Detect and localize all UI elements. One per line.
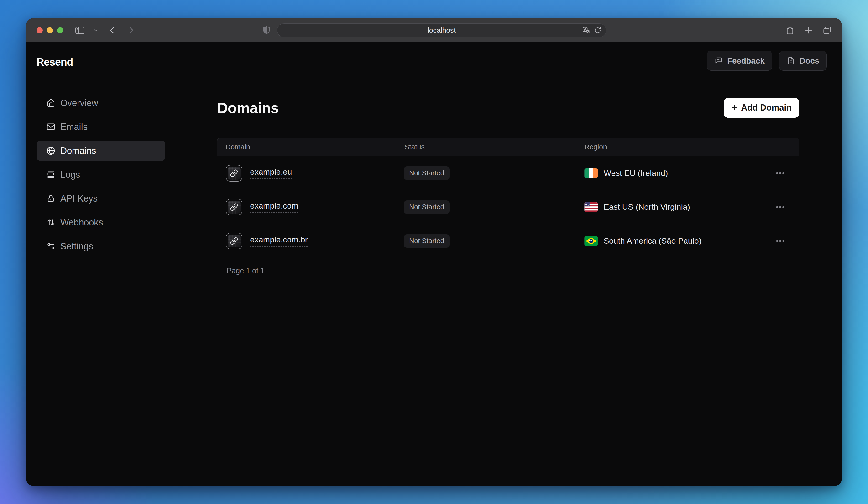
table-row: example.euNot StartedWest EU (Ireland)	[217, 156, 799, 190]
sidebar-item-label: Webhooks	[60, 218, 103, 228]
domain-link-chip[interactable]	[226, 233, 242, 249]
address-bar-group: localhost	[262, 23, 606, 37]
ellipsis-icon	[775, 202, 785, 212]
toolbar-left	[75, 25, 146, 36]
sidebar-item-api-keys[interactable]: API Keys	[37, 189, 165, 209]
url-bar-icons	[582, 26, 602, 34]
page-title: Domains	[217, 99, 279, 116]
top-header-bar: Feedback Docs	[176, 42, 841, 79]
document-icon	[787, 57, 795, 65]
sidebar-item-domains[interactable]: Domains	[37, 141, 165, 161]
content-area: Feedback Docs Domains + Add Domain	[176, 42, 841, 486]
add-domain-button[interactable]: + Add Domain	[724, 98, 799, 118]
add-domain-label: Add Domain	[741, 103, 792, 113]
sidebar-item-webhooks[interactable]: Webhooks	[37, 212, 165, 232]
link-icon	[230, 237, 238, 245]
sidebar-item-logs[interactable]: Logs	[37, 164, 165, 185]
plus-icon: +	[731, 102, 738, 113]
table-row: example.com.brNot StartedSouth America (…	[217, 224, 799, 258]
reload-icon[interactable]	[593, 26, 602, 34]
status-badge: Not Started	[404, 234, 450, 248]
sidebar-item-emails[interactable]: Emails	[37, 117, 165, 137]
sidebar-item-label: Emails	[60, 122, 87, 132]
domain-link-chip[interactable]	[226, 199, 242, 215]
share-icon[interactable]	[785, 26, 795, 35]
zoom-window-button[interactable]	[57, 27, 63, 33]
heading-row: Domains + Add Domain	[217, 98, 799, 118]
sidebar-nav: OverviewEmailsDomainsLogsAPI KeysWebhook…	[27, 93, 176, 256]
globe-icon	[46, 147, 55, 155]
feedback-label: Feedback	[727, 56, 765, 65]
sidebar-panel-toggle-icon[interactable]	[75, 25, 85, 36]
docs-button[interactable]: Docs	[779, 51, 827, 71]
sidebar-item-label: Logs	[60, 170, 80, 180]
url-text: localhost	[427, 26, 456, 34]
chevron-down-icon[interactable]	[93, 28, 98, 33]
url-bar[interactable]: localhost	[277, 23, 606, 37]
sidebar-item-label: Settings	[60, 241, 93, 252]
tabs-overview-icon[interactable]	[823, 26, 832, 35]
region-label: West EU (Ireland)	[604, 168, 668, 178]
domain-link-chip[interactable]	[226, 165, 242, 182]
link-icon	[230, 203, 238, 211]
domains-table: Domain Status Region example.euNot Start…	[217, 138, 799, 258]
usa-flag-icon	[584, 202, 598, 212]
sidebar-item-label: Overview	[60, 98, 98, 108]
lock-icon	[46, 194, 55, 203]
status-badge: Not Started	[404, 200, 450, 214]
toolbar-right	[785, 26, 832, 35]
row-menu-button[interactable]	[764, 168, 799, 179]
column-header-region: Region	[576, 138, 763, 156]
region-label: South America (São Paulo)	[604, 236, 702, 245]
toolbar-divider	[89, 25, 89, 36]
mail-icon	[46, 122, 55, 131]
pagination-label: Page 1 of 1	[227, 266, 799, 275]
traffic-lights	[37, 27, 63, 33]
row-menu-button[interactable]	[764, 236, 799, 246]
feedback-button[interactable]: Feedback	[707, 51, 772, 71]
browser-title-bar: localhost	[27, 18, 841, 42]
translate-icon[interactable]	[582, 26, 590, 34]
row-menu-button[interactable]	[764, 202, 799, 212]
arrows-up-down-icon	[46, 218, 55, 227]
minimize-window-button[interactable]	[47, 27, 53, 33]
domain-link[interactable]: example.com	[250, 201, 298, 213]
sidebar-item-label: Domains	[60, 146, 96, 156]
sidebar: Resend OverviewEmailsDomainsLogsAPI Keys…	[27, 42, 176, 486]
app-root: Resend OverviewEmailsDomainsLogsAPI Keys…	[27, 42, 841, 486]
domain-link[interactable]: example.com.br	[250, 235, 308, 247]
link-icon	[230, 169, 238, 177]
table-row: example.comNot StartedEast US (North Vir…	[217, 190, 799, 224]
region-label: East US (North Virginia)	[604, 202, 690, 212]
logs-icon	[46, 170, 55, 179]
browser-window: localhost	[27, 18, 841, 486]
new-tab-icon[interactable]	[804, 26, 813, 35]
sliders-icon	[46, 242, 55, 251]
ireland-flag-icon	[584, 168, 598, 178]
back-icon[interactable]	[108, 26, 116, 34]
status-badge: Not Started	[404, 167, 450, 180]
close-window-button[interactable]	[37, 27, 43, 33]
column-header-status: Status	[396, 138, 576, 156]
docs-label: Docs	[799, 56, 819, 65]
domain-link[interactable]: example.eu	[250, 167, 292, 179]
sidebar-item-label: API Keys	[60, 193, 97, 204]
forward-icon[interactable]	[127, 26, 135, 34]
resend-logo: Resend	[37, 56, 176, 68]
ellipsis-icon	[775, 168, 785, 179]
sidebar-item-overview[interactable]: Overview	[37, 93, 165, 113]
sidebar-item-settings[interactable]: Settings	[37, 236, 165, 256]
ellipsis-icon	[775, 236, 785, 246]
brazil-flag-icon	[584, 236, 598, 246]
shield-icon[interactable]	[262, 26, 271, 35]
column-header-domain: Domain	[217, 143, 396, 151]
chat-bubble-icon	[714, 57, 723, 65]
table-rows: example.euNot StartedWest EU (Ireland)ex…	[217, 156, 799, 258]
main-panel: Domains + Add Domain Domain Status Regio…	[176, 79, 841, 275]
table-header: Domain Status Region	[217, 138, 799, 156]
home-icon	[46, 99, 55, 107]
